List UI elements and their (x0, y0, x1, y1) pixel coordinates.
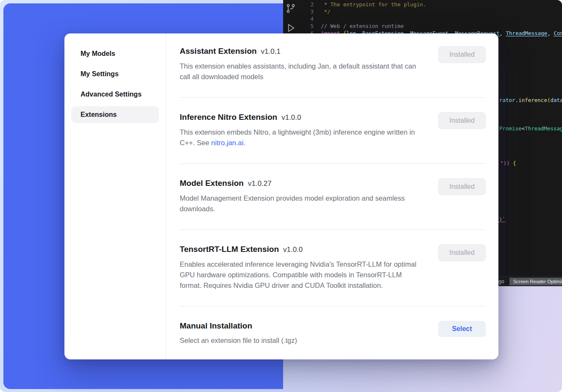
extension-title: TensortRT-LLM Extension (180, 245, 279, 254)
extension-description: Enables accelerated inference leveraging… (180, 259, 425, 291)
run-debug-icon[interactable] (286, 23, 296, 33)
manual-installation-row: Manual Installation Select an extension … (180, 306, 486, 354)
select-file-button[interactable]: Select (438, 321, 486, 337)
extension-version: v1.0.1 (261, 47, 281, 55)
sidebar-item-my-models[interactable]: My Models (71, 45, 159, 62)
extension-row-assistant: Assistant Extensionv1.0.1 This extension… (180, 35, 486, 98)
sidebar-item-extensions[interactable]: Extensions (71, 106, 159, 123)
sidebar-item-my-settings[interactable]: My Settings (71, 66, 159, 83)
extension-title: Model Extension (180, 179, 244, 188)
extension-row-tensorrt-llm: TensortRT-LLM Extensionv1.0.0 Enables ac… (180, 230, 486, 306)
extension-title-line: Assistant Extensionv1.0.1 (180, 46, 425, 57)
manual-installation-description: Select an extension file to install (.tg… (180, 335, 297, 346)
extension-info: Manual Installation Select an extension … (180, 321, 297, 346)
extension-version: v1.0.27 (248, 179, 272, 188)
code-line: 2 * The entrypoint for the plugin. (307, 1, 562, 8)
code-line: 4 (307, 15, 562, 22)
code-fragment: Promise<ThreadMessage> (499, 125, 562, 132)
code-line: 3 */ (307, 8, 562, 15)
screen-reader-optimized-status[interactable]: Screen Reader Optimized (509, 278, 562, 285)
extension-row-model: Model Extensionv1.0.27 Model Management … (180, 164, 486, 230)
source-control-icon[interactable] (286, 3, 296, 14)
installed-button[interactable]: Installed (438, 178, 486, 195)
code-fragment: ")) { (500, 160, 516, 166)
desktop-background: 2 * The entrypoint for the plugin.3 */4 … (0, 0, 562, 392)
extension-title: Inference Nitro Extension (180, 113, 277, 121)
description-text: . (243, 139, 245, 146)
extension-info: Inference Nitro Extensionv1.0.0 This ext… (180, 112, 425, 148)
installed-button[interactable]: Installed (438, 112, 486, 129)
installed-button[interactable]: Installed (438, 46, 486, 63)
settings-modal: My Models My Settings Advanced Settings … (64, 33, 498, 359)
code-fragment: rator.inference(data)); (499, 97, 562, 103)
extension-description: Model Management Extension provides mode… (180, 193, 425, 214)
code-line: 5// Web / extension runtime (307, 22, 562, 30)
sidebar-item-advanced-settings[interactable]: Advanced Settings (71, 86, 159, 103)
extensions-list: Assistant Extensionv1.0.1 This extension… (166, 33, 498, 359)
manual-installation-title: Manual Installation (180, 321, 297, 331)
extension-row-inference-nitro: Inference Nitro Extensionv1.0.0 This ext… (180, 98, 486, 164)
extension-version: v1.0.0 (283, 246, 303, 254)
nitro-jan-ai-link[interactable]: nitro.jan.ai (211, 139, 243, 146)
extension-version: v1.0.0 (281, 113, 301, 121)
extension-description: This extension enables assistants, inclu… (180, 61, 425, 82)
settings-sidebar: My Models My Settings Advanced Settings … (64, 33, 166, 359)
extension-title-line: TensortRT-LLM Extensionv1.0.0 (180, 244, 425, 255)
installed-button[interactable]: Installed (438, 244, 486, 261)
extension-title: Assistant Extension (180, 47, 257, 55)
extension-description: This extension embeds Nitro, a lightweig… (180, 127, 425, 148)
status-language-indicator[interactable]: go (498, 279, 504, 284)
extension-info: Model Extensionv1.0.27 Model Management … (180, 178, 425, 214)
extension-title-line: Inference Nitro Extensionv1.0.0 (180, 112, 425, 123)
code-area: 2 * The entrypoint for the plugin.3 */4 … (307, 1, 562, 37)
extension-title-line: Model Extensionv1.0.27 (180, 178, 425, 189)
extension-info: Assistant Extensionv1.0.1 This extension… (180, 46, 425, 82)
extension-info: TensortRT-LLM Extensionv1.0.0 Enables ac… (180, 244, 425, 291)
